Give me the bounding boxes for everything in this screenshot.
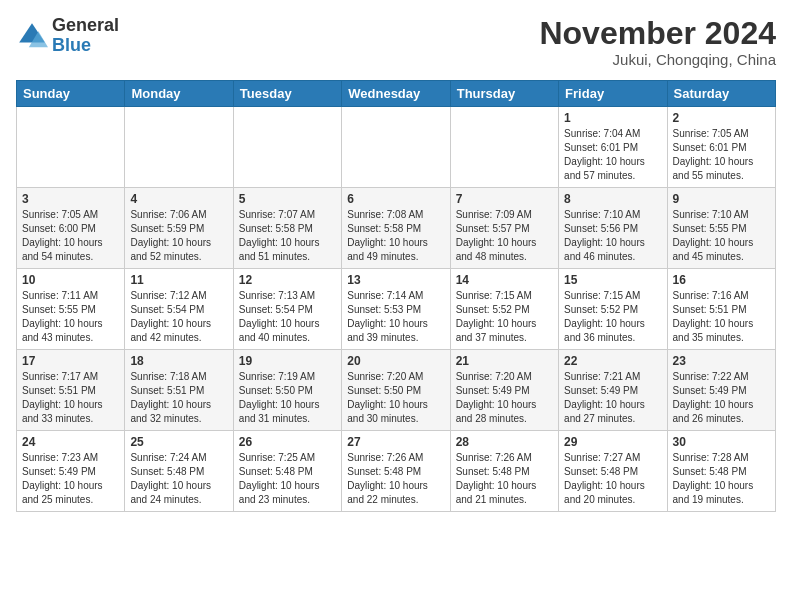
day-cell: 29Sunrise: 7:27 AM Sunset: 5:48 PM Dayli… bbox=[559, 431, 667, 512]
day-cell: 13Sunrise: 7:14 AM Sunset: 5:53 PM Dayli… bbox=[342, 269, 450, 350]
calendar: SundayMondayTuesdayWednesdayThursdayFrid… bbox=[16, 80, 776, 512]
day-info: Sunrise: 7:09 AM Sunset: 5:57 PM Dayligh… bbox=[456, 208, 553, 264]
day-cell: 10Sunrise: 7:11 AM Sunset: 5:55 PM Dayli… bbox=[17, 269, 125, 350]
day-info: Sunrise: 7:11 AM Sunset: 5:55 PM Dayligh… bbox=[22, 289, 119, 345]
page: General Blue November 2024 Jukui, Chongq… bbox=[0, 0, 792, 522]
day-cell: 14Sunrise: 7:15 AM Sunset: 5:52 PM Dayli… bbox=[450, 269, 558, 350]
day-number: 10 bbox=[22, 273, 119, 287]
day-number: 22 bbox=[564, 354, 661, 368]
day-cell: 3Sunrise: 7:05 AM Sunset: 6:00 PM Daylig… bbox=[17, 188, 125, 269]
day-number: 14 bbox=[456, 273, 553, 287]
week-row-2: 3Sunrise: 7:05 AM Sunset: 6:00 PM Daylig… bbox=[17, 188, 776, 269]
day-number: 12 bbox=[239, 273, 336, 287]
day-number: 16 bbox=[673, 273, 770, 287]
day-cell: 20Sunrise: 7:20 AM Sunset: 5:50 PM Dayli… bbox=[342, 350, 450, 431]
day-info: Sunrise: 7:23 AM Sunset: 5:49 PM Dayligh… bbox=[22, 451, 119, 507]
week-row-4: 17Sunrise: 7:17 AM Sunset: 5:51 PM Dayli… bbox=[17, 350, 776, 431]
day-info: Sunrise: 7:28 AM Sunset: 5:48 PM Dayligh… bbox=[673, 451, 770, 507]
day-info: Sunrise: 7:07 AM Sunset: 5:58 PM Dayligh… bbox=[239, 208, 336, 264]
weekday-header-saturday: Saturday bbox=[667, 81, 775, 107]
day-number: 11 bbox=[130, 273, 227, 287]
day-info: Sunrise: 7:20 AM Sunset: 5:49 PM Dayligh… bbox=[456, 370, 553, 426]
day-info: Sunrise: 7:06 AM Sunset: 5:59 PM Dayligh… bbox=[130, 208, 227, 264]
day-info: Sunrise: 7:10 AM Sunset: 5:56 PM Dayligh… bbox=[564, 208, 661, 264]
day-info: Sunrise: 7:19 AM Sunset: 5:50 PM Dayligh… bbox=[239, 370, 336, 426]
header: General Blue November 2024 Jukui, Chongq… bbox=[16, 16, 776, 68]
day-number: 19 bbox=[239, 354, 336, 368]
day-info: Sunrise: 7:26 AM Sunset: 5:48 PM Dayligh… bbox=[456, 451, 553, 507]
day-number: 1 bbox=[564, 111, 661, 125]
day-cell: 30Sunrise: 7:28 AM Sunset: 5:48 PM Dayli… bbox=[667, 431, 775, 512]
day-cell: 25Sunrise: 7:24 AM Sunset: 5:48 PM Dayli… bbox=[125, 431, 233, 512]
day-cell: 1Sunrise: 7:04 AM Sunset: 6:01 PM Daylig… bbox=[559, 107, 667, 188]
day-cell: 26Sunrise: 7:25 AM Sunset: 5:48 PM Dayli… bbox=[233, 431, 341, 512]
day-cell: 4Sunrise: 7:06 AM Sunset: 5:59 PM Daylig… bbox=[125, 188, 233, 269]
title-block: November 2024 Jukui, Chongqing, China bbox=[539, 16, 776, 68]
day-number: 29 bbox=[564, 435, 661, 449]
weekday-header-tuesday: Tuesday bbox=[233, 81, 341, 107]
day-cell: 7Sunrise: 7:09 AM Sunset: 5:57 PM Daylig… bbox=[450, 188, 558, 269]
day-cell: 24Sunrise: 7:23 AM Sunset: 5:49 PM Dayli… bbox=[17, 431, 125, 512]
day-number: 2 bbox=[673, 111, 770, 125]
day-number: 13 bbox=[347, 273, 444, 287]
day-number: 17 bbox=[22, 354, 119, 368]
day-info: Sunrise: 7:21 AM Sunset: 5:49 PM Dayligh… bbox=[564, 370, 661, 426]
logo-text: General Blue bbox=[52, 16, 119, 56]
day-info: Sunrise: 7:05 AM Sunset: 6:01 PM Dayligh… bbox=[673, 127, 770, 183]
day-number: 7 bbox=[456, 192, 553, 206]
day-info: Sunrise: 7:24 AM Sunset: 5:48 PM Dayligh… bbox=[130, 451, 227, 507]
day-cell: 12Sunrise: 7:13 AM Sunset: 5:54 PM Dayli… bbox=[233, 269, 341, 350]
day-cell: 22Sunrise: 7:21 AM Sunset: 5:49 PM Dayli… bbox=[559, 350, 667, 431]
logo-general: General bbox=[52, 16, 119, 36]
day-number: 6 bbox=[347, 192, 444, 206]
day-cell bbox=[125, 107, 233, 188]
logo-icon bbox=[16, 20, 48, 52]
day-info: Sunrise: 7:20 AM Sunset: 5:50 PM Dayligh… bbox=[347, 370, 444, 426]
day-info: Sunrise: 7:15 AM Sunset: 5:52 PM Dayligh… bbox=[564, 289, 661, 345]
day-cell: 5Sunrise: 7:07 AM Sunset: 5:58 PM Daylig… bbox=[233, 188, 341, 269]
day-cell: 16Sunrise: 7:16 AM Sunset: 5:51 PM Dayli… bbox=[667, 269, 775, 350]
day-number: 23 bbox=[673, 354, 770, 368]
day-cell: 28Sunrise: 7:26 AM Sunset: 5:48 PM Dayli… bbox=[450, 431, 558, 512]
day-info: Sunrise: 7:13 AM Sunset: 5:54 PM Dayligh… bbox=[239, 289, 336, 345]
day-info: Sunrise: 7:25 AM Sunset: 5:48 PM Dayligh… bbox=[239, 451, 336, 507]
weekday-header-thursday: Thursday bbox=[450, 81, 558, 107]
location: Jukui, Chongqing, China bbox=[539, 51, 776, 68]
day-number: 28 bbox=[456, 435, 553, 449]
day-number: 25 bbox=[130, 435, 227, 449]
day-number: 20 bbox=[347, 354, 444, 368]
day-cell: 6Sunrise: 7:08 AM Sunset: 5:58 PM Daylig… bbox=[342, 188, 450, 269]
day-cell bbox=[342, 107, 450, 188]
day-number: 26 bbox=[239, 435, 336, 449]
day-info: Sunrise: 7:22 AM Sunset: 5:49 PM Dayligh… bbox=[673, 370, 770, 426]
day-number: 18 bbox=[130, 354, 227, 368]
day-info: Sunrise: 7:16 AM Sunset: 5:51 PM Dayligh… bbox=[673, 289, 770, 345]
weekday-header-monday: Monday bbox=[125, 81, 233, 107]
day-info: Sunrise: 7:27 AM Sunset: 5:48 PM Dayligh… bbox=[564, 451, 661, 507]
weekday-header-row: SundayMondayTuesdayWednesdayThursdayFrid… bbox=[17, 81, 776, 107]
week-row-1: 1Sunrise: 7:04 AM Sunset: 6:01 PM Daylig… bbox=[17, 107, 776, 188]
day-cell bbox=[17, 107, 125, 188]
day-cell: 18Sunrise: 7:18 AM Sunset: 5:51 PM Dayli… bbox=[125, 350, 233, 431]
weekday-header-wednesday: Wednesday bbox=[342, 81, 450, 107]
day-cell: 2Sunrise: 7:05 AM Sunset: 6:01 PM Daylig… bbox=[667, 107, 775, 188]
week-row-5: 24Sunrise: 7:23 AM Sunset: 5:49 PM Dayli… bbox=[17, 431, 776, 512]
day-number: 15 bbox=[564, 273, 661, 287]
day-info: Sunrise: 7:14 AM Sunset: 5:53 PM Dayligh… bbox=[347, 289, 444, 345]
day-cell: 27Sunrise: 7:26 AM Sunset: 5:48 PM Dayli… bbox=[342, 431, 450, 512]
day-cell: 9Sunrise: 7:10 AM Sunset: 5:55 PM Daylig… bbox=[667, 188, 775, 269]
week-row-3: 10Sunrise: 7:11 AM Sunset: 5:55 PM Dayli… bbox=[17, 269, 776, 350]
day-cell: 11Sunrise: 7:12 AM Sunset: 5:54 PM Dayli… bbox=[125, 269, 233, 350]
day-cell: 8Sunrise: 7:10 AM Sunset: 5:56 PM Daylig… bbox=[559, 188, 667, 269]
day-info: Sunrise: 7:18 AM Sunset: 5:51 PM Dayligh… bbox=[130, 370, 227, 426]
day-info: Sunrise: 7:26 AM Sunset: 5:48 PM Dayligh… bbox=[347, 451, 444, 507]
day-info: Sunrise: 7:05 AM Sunset: 6:00 PM Dayligh… bbox=[22, 208, 119, 264]
day-info: Sunrise: 7:04 AM Sunset: 6:01 PM Dayligh… bbox=[564, 127, 661, 183]
day-number: 30 bbox=[673, 435, 770, 449]
day-info: Sunrise: 7:10 AM Sunset: 5:55 PM Dayligh… bbox=[673, 208, 770, 264]
month-title: November 2024 bbox=[539, 16, 776, 51]
day-cell bbox=[450, 107, 558, 188]
day-cell bbox=[233, 107, 341, 188]
day-cell: 17Sunrise: 7:17 AM Sunset: 5:51 PM Dayli… bbox=[17, 350, 125, 431]
day-number: 3 bbox=[22, 192, 119, 206]
